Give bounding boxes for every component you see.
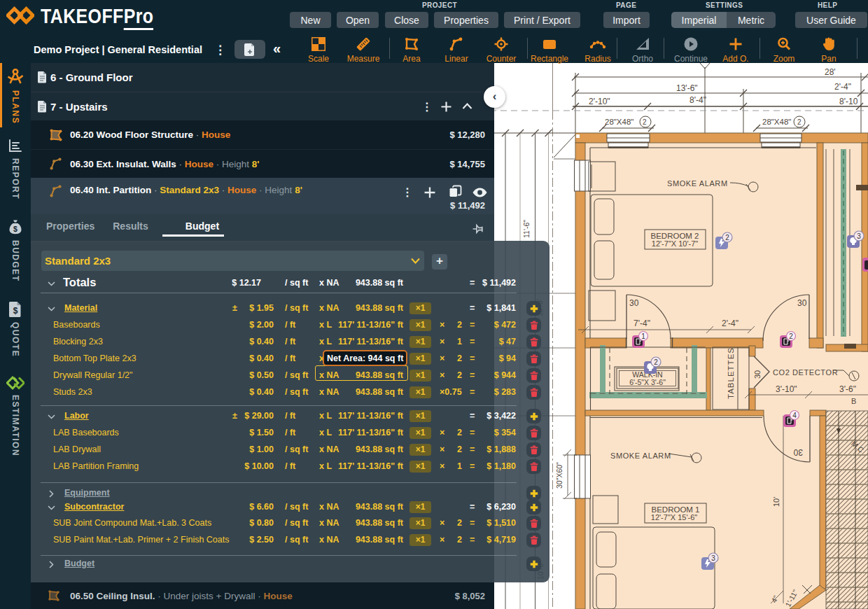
svg-text:2: 2 (725, 234, 729, 241)
svg-text:12'-7"X 10'-7": 12'-7"X 10'-7" (652, 239, 699, 248)
svg-text:6'-5"X 3'-6": 6'-5"X 3'-6" (629, 378, 666, 386)
svg-text:3'-10": 3'-10" (776, 384, 797, 394)
svg-text:12'-7"X 15'-6": 12'-7"X 15'-6" (651, 513, 698, 522)
svg-text:3'-6": 3'-6" (839, 384, 856, 394)
svg-text:28': 28' (825, 67, 836, 77)
svg-text:10': 10' (772, 497, 780, 507)
svg-text:2: 2 (654, 358, 658, 366)
svg-text:$: $ (13, 225, 18, 233)
svg-text:2: 2 (797, 118, 802, 126)
svg-text:$: $ (13, 306, 18, 316)
svg-text:2'-10": 2'-10" (589, 97, 610, 106)
svg-text:7'-4": 7'-4" (634, 318, 650, 328)
svg-text:2: 2 (789, 332, 793, 340)
svg-text:8'-4": 8'-4" (690, 95, 706, 105)
svg-text:SMOKE ALARM: SMOKE ALARM (667, 179, 728, 188)
svg-text:SMOKE ALARM: SMOKE ALARM (610, 451, 671, 460)
svg-text:30: 30 (753, 370, 762, 379)
svg-text:2'-4": 2'-4" (834, 82, 851, 92)
svg-text:8'-10: 8'-10 (839, 97, 858, 106)
svg-text:28"X48": 28"X48" (762, 118, 791, 126)
svg-text:30: 30 (793, 447, 803, 457)
svg-text:B: B (851, 397, 856, 405)
svg-text:TABLETTES: TABLETTES (727, 347, 735, 399)
svg-text:11'-6": 11'-6" (522, 220, 531, 238)
svg-text:30: 30 (797, 298, 807, 308)
svg-text:3: 3 (711, 554, 715, 562)
svg-text:28"X48": 28"X48" (605, 118, 634, 126)
svg-text:30: 30 (629, 298, 639, 308)
svg-text:30"X60": 30"X60" (555, 462, 564, 489)
svg-text:1: 1 (641, 332, 645, 340)
svg-text:4: 4 (792, 412, 797, 419)
svg-text:3: 3 (857, 232, 861, 240)
svg-text:CO2 DETECTOR: CO2 DETECTOR (773, 368, 838, 377)
svg-text:2: 2 (643, 118, 647, 126)
svg-text:13'-6": 13'-6" (676, 83, 698, 93)
svg-text:2'-4": 2'-4" (722, 318, 738, 328)
